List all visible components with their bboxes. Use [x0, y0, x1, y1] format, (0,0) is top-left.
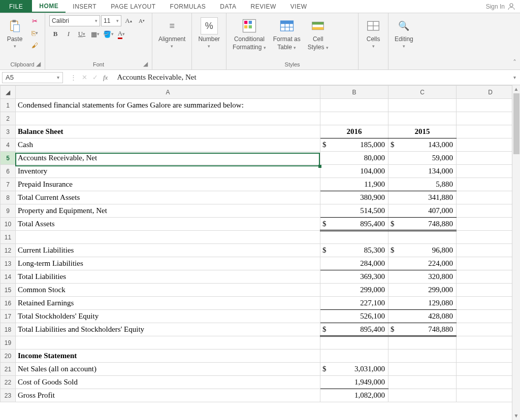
fx-icon[interactable]: fx	[103, 74, 108, 82]
cell[interactable]	[388, 389, 457, 402]
row-header[interactable]: 20	[1, 349, 16, 363]
cell[interactable]	[388, 336, 457, 349]
cell[interactable]: Total Liabilities and Stockholders' Equi…	[16, 323, 320, 336]
row-header[interactable]: 1	[1, 99, 16, 112]
cell[interactable]	[16, 231, 320, 244]
cell[interactable]: 80,000	[320, 152, 388, 165]
row-header[interactable]: 10	[1, 218, 16, 231]
expand-formula-icon[interactable]: ▾	[509, 75, 520, 80]
row-header[interactable]: 8	[1, 191, 16, 204]
cell[interactable]	[457, 310, 521, 323]
cell[interactable]	[388, 363, 457, 376]
cell[interactable]: Balance Sheet	[16, 125, 320, 138]
font-launcher-icon[interactable]: ◢	[143, 60, 148, 67]
cell[interactable]: Property and Equipment, Net	[16, 204, 320, 218]
cell[interactable]: 104,000	[320, 165, 388, 178]
name-box[interactable]: A5 ▾	[2, 72, 63, 83]
tab-review[interactable]: REVIEW	[243, 0, 283, 13]
cell[interactable]: 341,880	[388, 191, 457, 204]
cell[interactable]	[320, 349, 388, 363]
tab-page-layout[interactable]: PAGE LAYOUT	[104, 0, 162, 13]
row-header[interactable]: 16	[1, 297, 16, 310]
row-header[interactable]: 4	[1, 138, 16, 152]
cell[interactable]: 526,100	[320, 310, 388, 323]
col-header-c[interactable]: C	[388, 86, 457, 99]
cell[interactable]	[457, 125, 521, 138]
cell[interactable]	[320, 112, 388, 125]
cell[interactable]: $748,880	[388, 218, 457, 231]
cell[interactable]: Total Assets	[16, 218, 320, 231]
row-header[interactable]: 18	[1, 323, 16, 336]
row-header[interactable]: 23	[1, 389, 16, 402]
cell[interactable]: Net Sales (all on account)	[16, 363, 320, 376]
cell[interactable]: Accounts Receivable, Net	[16, 152, 320, 165]
cell[interactable]	[388, 376, 457, 389]
cell[interactable]: 320,800	[388, 270, 457, 284]
tab-file[interactable]: FILE	[0, 0, 32, 13]
cell[interactable]	[457, 323, 521, 336]
cell[interactable]: Gross Profit	[16, 389, 320, 402]
clipboard-launcher-icon[interactable]: ◢	[36, 60, 41, 67]
cell[interactable]	[457, 99, 521, 112]
col-header-d[interactable]: D	[457, 86, 521, 99]
row-header[interactable]: 7	[1, 178, 16, 191]
cell[interactable]: Inventory	[16, 165, 320, 178]
cell[interactable]: 2015	[388, 125, 457, 138]
cells-button[interactable]: Cells ▾	[363, 15, 384, 51]
cell[interactable]: 380,900	[320, 191, 388, 204]
copy-button[interactable]: ⎘	[28, 27, 41, 39]
cell[interactable]	[457, 389, 521, 402]
cell[interactable]: Condensed financial statements for Games…	[16, 99, 320, 112]
cell[interactable]: Cash	[16, 138, 320, 152]
decrease-font-button[interactable]: A▾	[136, 15, 148, 26]
cell[interactable]: 1,949,000	[320, 376, 388, 389]
increase-font-button[interactable]: A▴	[122, 15, 135, 26]
cell[interactable]: 407,000	[388, 204, 457, 218]
cell[interactable]	[457, 297, 521, 310]
cell[interactable]: 134,000	[388, 165, 457, 178]
cell[interactable]: 59,000	[388, 152, 457, 165]
cell[interactable]: $85,300	[320, 244, 388, 257]
cell[interactable]: Income Statement	[16, 349, 320, 363]
cell[interactable]	[457, 231, 521, 244]
row-header[interactable]: 14	[1, 270, 16, 284]
cell-styles-button[interactable]: Cell Styles ▾	[306, 15, 331, 53]
cell[interactable]: Total Stockholders' Equity	[16, 310, 320, 323]
cell[interactable]: 299,000	[320, 284, 388, 297]
fill-color-button[interactable]: 🪣	[102, 28, 114, 40]
cell[interactable]: Total Current Assets	[16, 191, 320, 204]
cell[interactable]	[457, 152, 521, 165]
cell[interactable]	[457, 244, 521, 257]
row-header[interactable]: 12	[1, 244, 16, 257]
cell[interactable]	[320, 231, 388, 244]
cell[interactable]	[457, 138, 521, 152]
tab-view[interactable]: VIEW	[283, 0, 314, 13]
editing-button[interactable]: 🔍 Editing ▾	[393, 15, 415, 51]
cell[interactable]	[16, 336, 320, 349]
cell[interactable]: 284,000	[320, 257, 388, 270]
cell[interactable]	[320, 99, 388, 112]
underline-button[interactable]: U	[76, 28, 88, 40]
row-header[interactable]: 15	[1, 284, 16, 297]
cell[interactable]: $895,400	[320, 323, 388, 336]
conditional-formatting-button[interactable]: Conditional Formatting ▾	[231, 15, 268, 53]
bold-button[interactable]: B	[49, 28, 61, 40]
cell[interactable]	[457, 178, 521, 191]
row-header[interactable]: 6	[1, 165, 16, 178]
cut-button[interactable]: ✂	[28, 15, 41, 26]
cancel-icon[interactable]: ✕	[82, 74, 87, 81]
cell[interactable]: $748,880	[388, 323, 457, 336]
cell[interactable]	[457, 363, 521, 376]
cell[interactable]: 428,080	[388, 310, 457, 323]
sign-in-link[interactable]: Sign In	[482, 2, 520, 11]
tab-insert[interactable]: INSERT	[66, 0, 104, 13]
cell[interactable]: $895,400	[320, 218, 388, 231]
cell[interactable]: $3,031,000	[320, 363, 388, 376]
tab-home[interactable]: HOME	[32, 0, 66, 13]
cell[interactable]	[457, 349, 521, 363]
cell[interactable]: Common Stock	[16, 284, 320, 297]
collapse-ribbon-button[interactable]: ˄	[509, 13, 520, 69]
cell[interactable]: 227,100	[320, 297, 388, 310]
row-header[interactable]: 17	[1, 310, 16, 323]
paste-button[interactable]: Paste ▾	[4, 15, 25, 51]
